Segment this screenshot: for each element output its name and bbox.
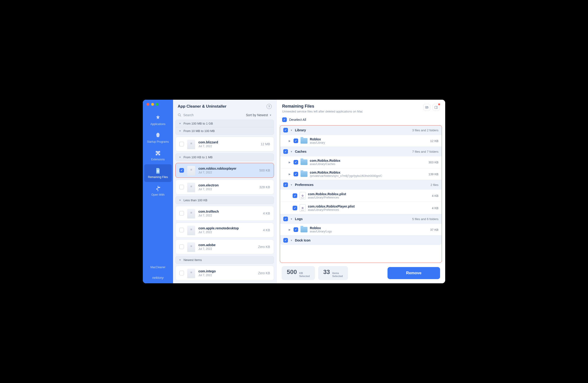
chevron-down-icon: ▼	[179, 122, 181, 125]
app-size: 328 KB	[259, 185, 270, 189]
file-size: 139 KB	[428, 172, 439, 176]
file-row[interactable]: ▶ Roblox asas/Library 12 KB	[280, 135, 442, 147]
detail-panel: Remaining Files Unneeded service files l…	[276, 100, 445, 283]
app-name: com.roblox.robloxplayer	[198, 167, 256, 170]
file-row[interactable]: TEXT com.roblox.RobloxPlayer.plist asas/…	[280, 202, 442, 214]
svg-rect-4	[435, 106, 438, 109]
checkbox-checked[interactable]	[283, 217, 288, 221]
nav-label: MacCleaner	[150, 266, 166, 269]
deselect-all-checkbox[interactable]	[282, 117, 287, 122]
svg-rect-0	[157, 170, 159, 171]
category-library[interactable]: ▼ Library 3 files and 2 folders	[280, 126, 442, 135]
puzzle-icon	[155, 150, 161, 156]
app-item[interactable]: com.adobe Jul 7, 2022 Zero KB	[175, 239, 274, 254]
file-name: com.Roblox.Roblox	[310, 159, 426, 162]
file-row[interactable]: ▶ com.Roblox.Roblox asas/Library/Caches …	[280, 156, 442, 168]
app-item[interactable]: com.intego Jul 7, 2022 Zero KB	[175, 266, 274, 281]
file-path: asas/Library/Preferences	[308, 196, 430, 199]
chevron-right-icon[interactable]: ▶	[288, 173, 291, 176]
sidebar-item-extensions[interactable]: Extensions	[143, 147, 173, 164]
nav-label: Extensions	[151, 158, 165, 161]
ghost-file-icon	[187, 226, 195, 234]
file-size: 4 KB	[432, 206, 439, 210]
size-group-header[interactable]: ▼ Newest Items	[175, 256, 274, 264]
app-item[interactable]: com.blizzard Jul 7, 2022 12 MB	[175, 137, 274, 152]
checkbox[interactable]	[179, 142, 184, 146]
category-count: 3 files and 2 folders	[412, 129, 439, 132]
checkbox[interactable]	[179, 185, 184, 190]
category-dock-icon[interactable]: ▼ Dock Icon	[280, 235, 442, 245]
folder-icon	[300, 138, 308, 144]
app-item[interactable]: com.apple.remotedesktop Jul 7, 2022 4 KB	[175, 223, 274, 237]
sidebar-toggle-icon[interactable]	[433, 104, 440, 111]
plist-file-icon: TEXT	[300, 192, 306, 199]
file-name: com.Roblox.Roblox	[310, 171, 426, 174]
checkbox-checked[interactable]	[283, 149, 288, 154]
app-size: Zero KB	[258, 271, 270, 275]
file-row[interactable]: TEXT com.Roblox.Roblox.plist asas/Librar…	[280, 190, 442, 202]
sidebar-item-maccleaner[interactable]: MacCleaner	[143, 254, 173, 272]
checkbox-checked[interactable]	[283, 182, 288, 187]
checkbox[interactable]	[179, 228, 184, 232]
app-item[interactable]: com.trolltech Jul 7, 2022 4 KB	[175, 206, 274, 221]
file-row[interactable]: ▶ com.Roblox.Roblox /private/var/folders…	[280, 168, 442, 180]
detail-subtitle: Unneeded service files left after delete…	[282, 110, 363, 113]
footer-bar: 500 KB Selected 33 items Selected Remove	[276, 263, 445, 283]
chevron-down-icon: ▼	[290, 184, 293, 186]
selected-count-stat: 33 items Selected	[318, 266, 348, 280]
size-group-header[interactable]: ▼ From 100 KB to 1 MB	[175, 153, 274, 161]
category-count: 2 files	[431, 183, 439, 187]
chevron-right-icon[interactable]: ▶	[288, 228, 291, 231]
checkbox-checked[interactable]	[294, 172, 298, 176]
category-caches[interactable]: ▼ Caches 7 files and 7 folders	[280, 147, 442, 156]
sidebar-item-startup[interactable]: Startup Programs	[143, 129, 173, 147]
search-input[interactable]: Search	[178, 113, 193, 117]
close-icon[interactable]	[147, 103, 149, 106]
app-item-selected[interactable]: com.roblox.robloxplayer Jul 7, 2022 500 …	[175, 163, 274, 178]
minimize-icon[interactable]	[151, 103, 154, 106]
size-group-header[interactable]: ▼ From 100 MB to 1 GB	[175, 120, 274, 127]
category-preferences[interactable]: ▼ Preferences 2 files	[280, 180, 442, 190]
apps-icon	[155, 115, 161, 121]
app-name: com.apple.remotedesktop	[198, 226, 260, 230]
checkbox-checked[interactable]	[294, 160, 298, 165]
chat-icon[interactable]	[423, 104, 430, 111]
size-group-header[interactable]: ▼ Less than 100 KB	[175, 196, 274, 204]
ghost-file-icon	[187, 269, 195, 277]
size-group-header[interactable]: ▼ From 10 MB to 100 MB	[175, 127, 274, 135]
checkbox-checked[interactable]	[293, 206, 297, 210]
checkbox[interactable]	[179, 245, 184, 249]
app-item[interactable]: com.electron Jul 7, 2022 328 KB	[175, 180, 274, 194]
app-date: Jul 7, 2022	[198, 188, 256, 191]
ghost-file-icon	[187, 242, 195, 251]
ghost-file-icon	[187, 183, 195, 192]
checkbox-checked[interactable]	[293, 193, 297, 198]
category-logs[interactable]: ▼ Logs 5 files and 6 folders	[280, 214, 442, 224]
checkbox-checked[interactable]	[179, 168, 184, 173]
chevron-right-icon[interactable]: ▶	[288, 161, 291, 164]
checkbox[interactable]	[179, 211, 184, 216]
sidebar-item-openwith[interactable]: Open With	[143, 182, 173, 200]
folder-icon	[300, 171, 308, 177]
sort-dropdown[interactable]: Sort by Newest ▼	[246, 113, 272, 117]
app-name: com.electron	[198, 183, 256, 187]
app-size: 500 KB	[259, 169, 270, 172]
checkbox-checked[interactable]	[294, 138, 298, 143]
chevron-down-icon: ▼	[179, 199, 181, 201]
checkbox-checked[interactable]	[283, 128, 288, 133]
checkbox-checked[interactable]	[283, 238, 288, 243]
checkbox-checked[interactable]	[294, 227, 298, 232]
remove-button[interactable]: Remove	[387, 267, 440, 279]
sidebar-item-applications[interactable]: Applications	[143, 111, 173, 129]
chevron-right-icon[interactable]: ▶	[288, 139, 291, 142]
file-size: 4 KB	[432, 194, 439, 197]
sidebar-item-remaining[interactable]: Remaining Files	[144, 164, 172, 182]
app-window: Applications Startup Programs Extensions…	[143, 100, 445, 283]
help-icon[interactable]: ?	[267, 104, 272, 109]
nav-label: Open With	[151, 193, 165, 196]
file-row[interactable]: ▶ Roblox asas/Library/Logs 37 KB	[280, 224, 442, 235]
maximize-icon[interactable]	[156, 103, 159, 106]
checkbox[interactable]	[179, 271, 184, 275]
category-count: 5 files and 6 folders	[412, 217, 439, 221]
svg-line-3	[180, 115, 181, 116]
